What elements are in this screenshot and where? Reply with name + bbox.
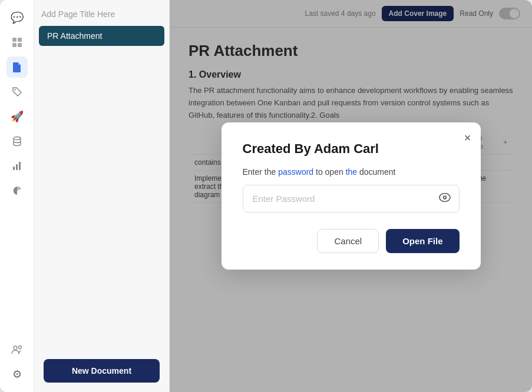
modal-overlay[interactable]: × Created By Adam Carl Enter the passwor… [170,0,532,392]
chat-icon[interactable]: 💬 [6,7,28,28]
document-icon[interactable] [6,57,28,78]
svg-point-13 [444,197,445,198]
open-file-button[interactable]: Open File [386,229,459,253]
toggle-password-visibility-button[interactable] [438,192,451,205]
svg-rect-1 [18,38,22,42]
pie-chart-icon[interactable] [6,180,28,201]
tag-icon[interactable] [6,81,28,102]
svg-point-10 [18,346,21,349]
page-title-placeholder: Add Page Title Here [34,9,169,26]
modal-actions: Cancel Open File [243,229,460,253]
svg-rect-7 [16,164,18,170]
main-content: Last saved 4 days ago Add Cover Image Re… [170,0,532,392]
analytics-icon[interactable] [6,155,28,177]
team-icon[interactable] [6,339,28,360]
modal-close-button[interactable]: × [464,132,471,144]
svg-rect-0 [12,38,16,42]
highlight-password: password [278,167,313,177]
nav-sidebar: Add Page Title Here PR Attachment New Do… [34,0,170,392]
settings-icon[interactable]: ⚙ [6,364,28,385]
cancel-button[interactable]: Cancel [317,229,379,253]
app-container: 💬 🚀 ⚙ Add Page Title Here PR Attachment [0,0,532,392]
svg-rect-8 [19,162,21,170]
svg-point-4 [14,89,15,90]
icon-sidebar: 💬 🚀 ⚙ [0,0,34,392]
password-input[interactable] [243,185,460,212]
svg-rect-2 [12,43,16,47]
svg-point-5 [14,137,21,140]
database-icon[interactable] [6,131,28,152]
modal-title: Created By Adam Carl [243,141,460,157]
new-document-button[interactable]: New Document [44,359,160,383]
modal-subtitle: Enter the password to open the document [243,167,460,177]
password-modal: × Created By Adam Carl Enter the passwor… [222,122,481,270]
password-field-wrapper [243,185,460,212]
svg-rect-3 [18,43,22,47]
sidebar-item-pr-attachment[interactable]: PR Attachment [39,26,164,46]
layout-icon[interactable] [6,32,28,53]
svg-rect-6 [13,167,15,170]
svg-point-9 [14,346,17,350]
rocket-icon[interactable]: 🚀 [6,106,28,127]
highlight-the: the [346,167,357,177]
